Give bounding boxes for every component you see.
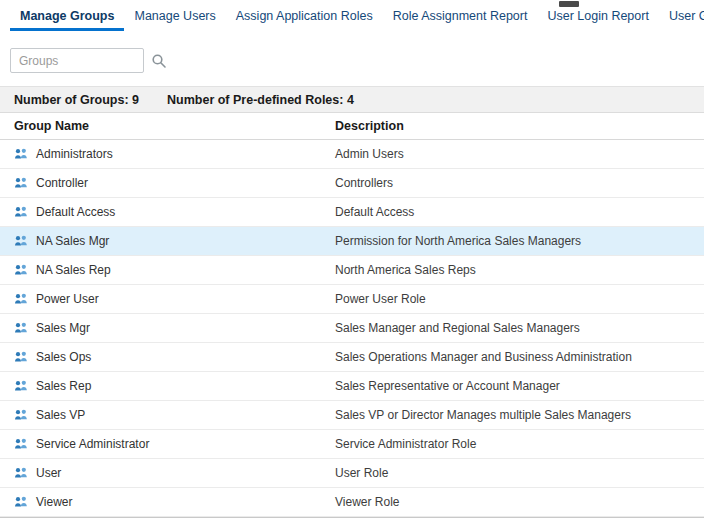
group-name: NA Sales Mgr xyxy=(36,234,109,248)
predefined-roles-count: Number of Pre-defined Roles: 4 xyxy=(167,93,354,107)
group-name: NA Sales Rep xyxy=(36,263,111,277)
group-name: Default Access xyxy=(36,205,115,219)
tab-assign-application-roles[interactable]: Assign Application Roles xyxy=(226,7,383,31)
group-icon xyxy=(14,176,28,190)
group-description: Power User Role xyxy=(335,292,704,306)
group-description: Viewer Role xyxy=(335,495,704,509)
summary-bar: Number of Groups: 9 Number of Pre-define… xyxy=(0,86,704,113)
group-icon xyxy=(14,466,28,480)
group-icon xyxy=(14,437,28,451)
group-icon xyxy=(14,321,28,335)
table-row[interactable]: Service Administrator Service Administra… xyxy=(0,430,704,459)
group-description: Admin Users xyxy=(335,147,704,161)
group-icon xyxy=(14,350,28,364)
table-row[interactable]: Sales Rep Sales Representative or Accoun… xyxy=(0,372,704,401)
group-name: Sales Rep xyxy=(36,379,91,393)
group-icon xyxy=(14,292,28,306)
group-name: Viewer xyxy=(36,495,72,509)
group-name: Controller xyxy=(36,176,88,190)
group-description: Sales Representative or Account Manager xyxy=(335,379,704,393)
table-row[interactable]: Default Access Default Access xyxy=(0,198,704,227)
cursor-artifact xyxy=(559,1,579,7)
group-name: Sales Mgr xyxy=(36,321,90,335)
search-input[interactable] xyxy=(10,48,144,73)
search-row xyxy=(0,31,704,86)
group-description: North America Sales Reps xyxy=(335,263,704,277)
table-row[interactable]: NA Sales Rep North America Sales Reps xyxy=(0,256,704,285)
tab-manage-groups[interactable]: Manage Groups xyxy=(10,7,124,31)
table-row[interactable]: User User Role xyxy=(0,459,704,488)
group-icon xyxy=(14,263,28,277)
tab-role-assignment-report[interactable]: Role Assignment Report xyxy=(383,7,538,31)
table-row[interactable]: Controller Controllers xyxy=(0,169,704,198)
magnifier-icon xyxy=(151,53,167,69)
group-icon xyxy=(14,408,28,422)
tab-user-login-report[interactable]: User Login Report xyxy=(537,7,658,31)
column-header-description[interactable]: Description xyxy=(335,119,704,133)
table-row[interactable]: Sales Ops Sales Operations Manager and B… xyxy=(0,343,704,372)
table-header: Group Name Description xyxy=(0,113,704,140)
group-name: Sales VP xyxy=(36,408,85,422)
group-icon xyxy=(14,379,28,393)
tab-bar: Manage GroupsManage UsersAssign Applicat… xyxy=(0,0,704,31)
search-button[interactable] xyxy=(149,51,169,71)
group-description: Permission for North America Sales Manag… xyxy=(335,234,704,248)
tab-user-group-report[interactable]: User Group Report xyxy=(659,7,704,31)
group-name: Sales Ops xyxy=(36,350,91,364)
group-description: Sales Operations Manager and Business Ad… xyxy=(335,350,704,364)
group-description: Default Access xyxy=(335,205,704,219)
group-name: Administrators xyxy=(36,147,113,161)
group-description: User Role xyxy=(335,466,704,480)
group-name: Service Administrator xyxy=(36,437,149,451)
group-icon xyxy=(14,205,28,219)
group-icon xyxy=(14,147,28,161)
table-row[interactable]: Administrators Admin Users xyxy=(0,140,704,169)
group-name: User xyxy=(36,466,61,480)
column-header-group-name[interactable]: Group Name xyxy=(0,119,335,133)
group-description: Sales Manager and Regional Sales Manager… xyxy=(335,321,704,335)
group-name: Power User xyxy=(36,292,99,306)
tab-manage-users[interactable]: Manage Users xyxy=(124,7,225,31)
table-row[interactable]: NA Sales Mgr Permission for North Americ… xyxy=(0,227,704,256)
table-row[interactable]: Power User Power User Role xyxy=(0,285,704,314)
bottom-divider xyxy=(0,517,704,518)
table-row[interactable]: Sales Mgr Sales Manager and Regional Sal… xyxy=(0,314,704,343)
group-description: Sales VP or Director Manages multiple Sa… xyxy=(335,408,704,422)
table-row[interactable]: Viewer Viewer Role xyxy=(0,488,704,517)
groups-table: Administrators Admin Users Controller Co… xyxy=(0,140,704,517)
group-icon xyxy=(14,495,28,509)
table-row[interactable]: Sales VP Sales VP or Director Manages mu… xyxy=(0,401,704,430)
group-description: Service Administrator Role xyxy=(335,437,704,451)
group-description: Controllers xyxy=(335,176,704,190)
group-icon xyxy=(14,234,28,248)
groups-count: Number of Groups: 9 xyxy=(14,93,139,107)
